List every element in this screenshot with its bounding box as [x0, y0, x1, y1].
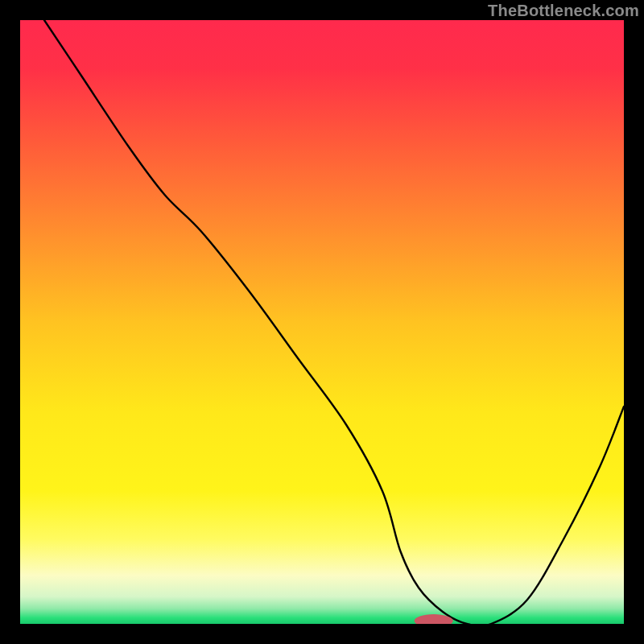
watermark-text: TheBottleneck.com: [488, 2, 639, 20]
chart-container: TheBottleneck.com: [0, 0, 644, 644]
plot-area: [20, 20, 624, 624]
bottleneck-chart-svg: [20, 20, 624, 624]
gradient-background: [20, 20, 624, 624]
